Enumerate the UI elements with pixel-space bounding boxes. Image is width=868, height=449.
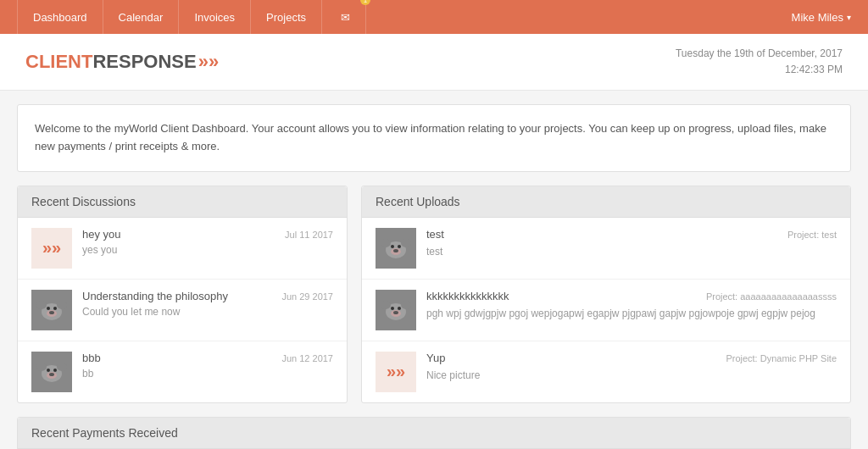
svg-point-19 [401, 239, 411, 247]
upload-thumb-koala [376, 228, 416, 269]
nav-item-calendar[interactable]: Calendar [103, 0, 180, 34]
list-item[interactable]: Understanding the philosophy Jun 29 2017… [18, 280, 347, 341]
svg-point-26 [381, 301, 391, 309]
svg-point-10 [36, 363, 47, 371]
recent-payments-panel: Recent Payments Received Project Payment… [17, 417, 851, 449]
upload-content: Yup Project: Dynamic PHP Site Nice pictu… [426, 352, 837, 383]
svg-point-6 [53, 307, 57, 310]
list-item[interactable]: bbb Jun 12 2017 bb [18, 341, 347, 402]
koala-icon [31, 352, 72, 392]
uploads-header: Recent Uploads [362, 186, 850, 218]
upload-title: test [426, 228, 444, 241]
discussion-thumb-arrows: »» [31, 228, 72, 269]
svg-point-15 [49, 373, 54, 376]
date-line1: Tuesday the 19th of December, 2017 [676, 46, 843, 62]
upload-project: Project: test [787, 230, 837, 240]
svg-point-23 [393, 249, 398, 252]
logo-arrows: »» [198, 51, 219, 72]
upload-project: Project: aaaaaaaaaaaaaaassss [706, 291, 837, 302]
arrows-icon: »» [387, 362, 405, 381]
svg-point-5 [47, 307, 50, 310]
discussion-date: Jun 12 2017 [281, 353, 333, 363]
mail-icon: ✉ [341, 11, 350, 24]
upload-desc: Nice picture [426, 368, 837, 383]
koala-icon [31, 290, 72, 330]
svg-point-2 [36, 301, 47, 309]
upload-content: test Project: test test [426, 228, 837, 259]
upload-thumb-arrows: »» [376, 352, 416, 392]
svg-point-22 [398, 245, 401, 248]
user-menu[interactable]: Mike Miles ▾ [792, 11, 851, 24]
list-item[interactable]: »» hey you Jul 11 2017 yes you [18, 218, 347, 280]
list-item[interactable]: test Project: test test [362, 218, 850, 280]
svg-point-30 [398, 307, 401, 310]
svg-point-13 [47, 369, 50, 372]
welcome-text: Welcome to the myWorld Client Dashboard.… [35, 122, 826, 152]
mail-badge: 1 [360, 0, 370, 5]
nav-item-invoices[interactable]: Invoices [179, 0, 251, 34]
nav-item-dashboard[interactable]: Dashboard [17, 0, 103, 34]
discussion-title: bbb [82, 352, 101, 364]
recent-discussions-panel: Recent Discussions »» hey you Jul 11 201… [17, 186, 348, 403]
arrows-icon: »» [42, 238, 61, 258]
discussion-thumb-koala2 [31, 352, 72, 392]
discussion-preview: yes you [82, 244, 333, 256]
discussion-content: Understanding the philosophy Jun 29 2017… [82, 290, 333, 318]
discussions-header: Recent Discussions [18, 186, 347, 218]
discussion-content: hey you Jul 11 2017 yes you [82, 228, 333, 256]
welcome-banner: Welcome to the myWorld Client Dashboard.… [17, 104, 851, 172]
logo-response: RESPONSE [92, 51, 196, 72]
nav-item-projects[interactable]: Projects [251, 0, 322, 34]
koala-icon [376, 228, 416, 269]
svg-point-31 [393, 311, 398, 314]
upload-desc: pgh wpj gdwjgpjw pgoj wepjogapwj egapjw … [426, 306, 837, 321]
list-item[interactable]: »» Yup Project: Dynamic PHP Site Nice pi… [362, 341, 850, 402]
upload-project: Project: Dynamic PHP Site [726, 353, 837, 363]
payments-header: Recent Payments Received [18, 418, 850, 449]
discussion-content: bbb Jun 12 2017 bb [82, 352, 333, 380]
logo: CLIENTRESPONSE»» [25, 51, 219, 73]
discussion-preview: bb [82, 368, 333, 380]
svg-point-18 [381, 239, 391, 247]
discussion-title: Understanding the philosophy [82, 290, 228, 302]
svg-point-7 [49, 311, 54, 314]
nav-mail-button[interactable]: ✉ 1 [326, 0, 366, 34]
date-line2: 12:42:33 PM [676, 62, 843, 78]
main-nav: Dashboard Calendar Invoices Projects ✉ 1… [0, 0, 868, 34]
page-header: CLIENTRESPONSE»» Tuesday the 19th of Dec… [0, 34, 868, 91]
chevron-down-icon: ▾ [847, 13, 851, 22]
user-name: Mike Miles [792, 11, 843, 24]
svg-point-3 [57, 301, 67, 309]
discussion-date: Jun 29 2017 [281, 291, 333, 302]
header-date: Tuesday the 19th of December, 2017 12:42… [676, 46, 843, 78]
discussion-title: hey you [82, 228, 121, 241]
list-item[interactable]: kkkkkkkkkkkkkkk Project: aaaaaaaaaaaaaaa… [362, 280, 850, 341]
discussion-preview: Could you let me now [82, 306, 333, 318]
upload-thumb-koala2 [376, 290, 416, 330]
recent-uploads-panel: Recent Uploads test Project: test [361, 186, 851, 403]
svg-point-27 [401, 301, 411, 309]
svg-point-29 [391, 307, 394, 310]
upload-desc: test [426, 244, 837, 259]
koala-icon [376, 290, 416, 330]
logo-client: CLIENT [25, 51, 92, 72]
discussion-thumb-koala [31, 290, 72, 330]
svg-point-14 [53, 369, 57, 372]
upload-title: kkkkkkkkkkkkkkk [426, 290, 509, 302]
svg-point-11 [57, 363, 67, 371]
upload-content: kkkkkkkkkkkkkkk Project: aaaaaaaaaaaaaaa… [426, 290, 837, 321]
upload-title: Yup [426, 352, 445, 364]
discussion-date: Jul 11 2017 [285, 230, 333, 240]
svg-point-21 [391, 245, 394, 248]
